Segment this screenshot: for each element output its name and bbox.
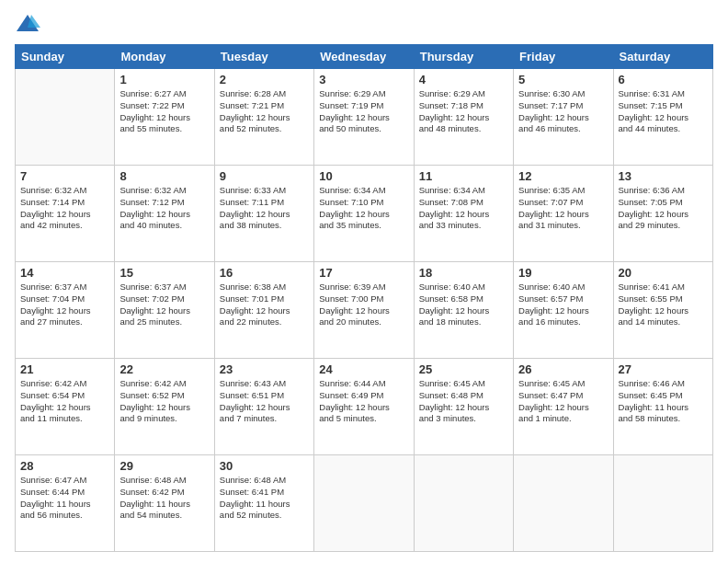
calendar-cell: 2Sunrise: 6:28 AM Sunset: 7:21 PM Daylig… xyxy=(214,69,313,166)
calendar-cell: 26Sunrise: 6:45 AM Sunset: 6:47 PM Dayli… xyxy=(514,359,613,455)
day-info: Sunrise: 6:33 AM Sunset: 7:11 PM Dayligh… xyxy=(220,185,309,232)
calendar-cell xyxy=(314,455,414,552)
day-number: 25 xyxy=(419,362,508,376)
day-info: Sunrise: 6:28 AM Sunset: 7:21 PM Dayligh… xyxy=(220,88,309,135)
week-row-2: 14Sunrise: 6:37 AM Sunset: 7:04 PM Dayli… xyxy=(16,262,713,359)
calendar-cell: 24Sunrise: 6:44 AM Sunset: 6:49 PM Dayli… xyxy=(314,359,414,455)
day-info: Sunrise: 6:38 AM Sunset: 7:01 PM Dayligh… xyxy=(220,282,309,328)
day-info: Sunrise: 6:48 AM Sunset: 6:42 PM Dayligh… xyxy=(119,475,209,522)
day-number: 21 xyxy=(20,362,109,376)
week-row-3: 21Sunrise: 6:42 AM Sunset: 6:54 PM Dayli… xyxy=(16,359,713,455)
calendar-cell: 22Sunrise: 6:42 AM Sunset: 6:52 PM Dayli… xyxy=(115,359,214,455)
day-info: Sunrise: 6:41 AM Sunset: 6:55 PM Dayligh… xyxy=(619,282,708,328)
calendar-cell xyxy=(16,69,115,166)
day-info: Sunrise: 6:44 AM Sunset: 6:49 PM Dayligh… xyxy=(319,378,408,425)
calendar-cell xyxy=(414,455,513,552)
day-info: Sunrise: 6:32 AM Sunset: 7:12 PM Dayligh… xyxy=(119,185,209,232)
day-info: Sunrise: 6:32 AM Sunset: 7:14 PM Dayligh… xyxy=(20,185,109,232)
day-info: Sunrise: 6:40 AM Sunset: 6:58 PM Dayligh… xyxy=(419,282,508,328)
day-number: 27 xyxy=(619,362,708,376)
day-number: 20 xyxy=(619,266,708,280)
day-number: 1 xyxy=(119,73,209,86)
day-info: Sunrise: 6:47 AM Sunset: 6:44 PM Dayligh… xyxy=(20,475,109,522)
day-number: 7 xyxy=(20,169,109,183)
weekday-header-sunday: Sunday xyxy=(16,45,115,69)
day-number: 16 xyxy=(220,266,309,280)
day-number: 2 xyxy=(220,73,309,86)
day-info: Sunrise: 6:43 AM Sunset: 6:51 PM Dayligh… xyxy=(220,378,309,425)
week-row-4: 28Sunrise: 6:47 AM Sunset: 6:44 PM Dayli… xyxy=(16,455,713,552)
svg-marker-1 xyxy=(28,15,40,28)
day-info: Sunrise: 6:31 AM Sunset: 7:15 PM Dayligh… xyxy=(619,88,708,135)
calendar-cell: 21Sunrise: 6:42 AM Sunset: 6:54 PM Dayli… xyxy=(16,359,115,455)
day-info: Sunrise: 6:29 AM Sunset: 7:18 PM Dayligh… xyxy=(419,88,508,135)
calendar-cell: 15Sunrise: 6:37 AM Sunset: 7:02 PM Dayli… xyxy=(115,262,214,359)
calendar-cell: 23Sunrise: 6:43 AM Sunset: 6:51 PM Dayli… xyxy=(214,359,313,455)
calendar-cell xyxy=(613,455,712,552)
weekday-header-wednesday: Wednesday xyxy=(314,45,414,69)
page: SundayMondayTuesdayWednesdayThursdayFrid… xyxy=(0,0,728,563)
day-info: Sunrise: 6:36 AM Sunset: 7:05 PM Dayligh… xyxy=(619,185,708,232)
calendar-cell: 3Sunrise: 6:29 AM Sunset: 7:19 PM Daylig… xyxy=(314,69,414,166)
calendar-cell: 9Sunrise: 6:33 AM Sunset: 7:11 PM Daylig… xyxy=(214,166,313,262)
day-number: 13 xyxy=(619,169,708,183)
calendar-cell: 30Sunrise: 6:48 AM Sunset: 6:41 PM Dayli… xyxy=(214,455,313,552)
weekday-header-monday: Monday xyxy=(115,45,214,69)
weekday-row: SundayMondayTuesdayWednesdayThursdayFrid… xyxy=(16,45,713,69)
calendar-body: 1Sunrise: 6:27 AM Sunset: 7:22 PM Daylig… xyxy=(16,69,713,552)
day-info: Sunrise: 6:37 AM Sunset: 7:04 PM Dayligh… xyxy=(20,282,109,328)
day-info: Sunrise: 6:42 AM Sunset: 6:52 PM Dayligh… xyxy=(119,378,209,425)
calendar-cell: 18Sunrise: 6:40 AM Sunset: 6:58 PM Dayli… xyxy=(414,262,513,359)
header xyxy=(15,11,713,37)
day-number: 12 xyxy=(518,169,608,183)
day-info: Sunrise: 6:48 AM Sunset: 6:41 PM Dayligh… xyxy=(220,475,309,522)
day-info: Sunrise: 6:39 AM Sunset: 7:00 PM Dayligh… xyxy=(319,282,408,328)
calendar-cell: 10Sunrise: 6:34 AM Sunset: 7:10 PM Dayli… xyxy=(314,166,414,262)
day-info: Sunrise: 6:37 AM Sunset: 7:02 PM Dayligh… xyxy=(119,282,209,328)
calendar-cell: 25Sunrise: 6:45 AM Sunset: 6:48 PM Dayli… xyxy=(414,359,513,455)
day-number: 15 xyxy=(119,266,209,280)
day-number: 30 xyxy=(220,459,309,473)
calendar-cell: 28Sunrise: 6:47 AM Sunset: 6:44 PM Dayli… xyxy=(16,455,115,552)
day-info: Sunrise: 6:29 AM Sunset: 7:19 PM Dayligh… xyxy=(319,88,408,135)
day-info: Sunrise: 6:42 AM Sunset: 6:54 PM Dayligh… xyxy=(20,378,109,425)
day-number: 18 xyxy=(419,266,508,280)
calendar-cell: 5Sunrise: 6:30 AM Sunset: 7:17 PM Daylig… xyxy=(514,69,613,166)
day-info: Sunrise: 6:45 AM Sunset: 6:48 PM Dayligh… xyxy=(419,378,508,425)
day-number: 24 xyxy=(319,362,408,376)
day-number: 14 xyxy=(20,266,109,280)
calendar-header: SundayMondayTuesdayWednesdayThursdayFrid… xyxy=(16,45,713,69)
week-row-1: 7Sunrise: 6:32 AM Sunset: 7:14 PM Daylig… xyxy=(16,166,713,262)
calendar-cell: 27Sunrise: 6:46 AM Sunset: 6:45 PM Dayli… xyxy=(613,359,712,455)
calendar-cell: 6Sunrise: 6:31 AM Sunset: 7:15 PM Daylig… xyxy=(613,69,712,166)
day-number: 17 xyxy=(319,266,408,280)
day-number: 9 xyxy=(220,169,309,183)
day-number: 3 xyxy=(319,73,408,86)
logo xyxy=(15,11,44,37)
day-info: Sunrise: 6:46 AM Sunset: 6:45 PM Dayligh… xyxy=(619,378,708,425)
calendar-cell: 8Sunrise: 6:32 AM Sunset: 7:12 PM Daylig… xyxy=(115,166,214,262)
day-number: 10 xyxy=(319,169,408,183)
day-number: 29 xyxy=(119,459,209,473)
calendar-cell: 13Sunrise: 6:36 AM Sunset: 7:05 PM Dayli… xyxy=(613,166,712,262)
calendar-cell: 1Sunrise: 6:27 AM Sunset: 7:22 PM Daylig… xyxy=(115,69,214,166)
calendar-cell: 16Sunrise: 6:38 AM Sunset: 7:01 PM Dayli… xyxy=(214,262,313,359)
week-row-0: 1Sunrise: 6:27 AM Sunset: 7:22 PM Daylig… xyxy=(16,69,713,166)
day-number: 19 xyxy=(518,266,608,280)
calendar-table: SundayMondayTuesdayWednesdayThursdayFrid… xyxy=(15,44,713,552)
calendar-cell xyxy=(514,455,613,552)
weekday-header-thursday: Thursday xyxy=(414,45,513,69)
calendar-cell: 20Sunrise: 6:41 AM Sunset: 6:55 PM Dayli… xyxy=(613,262,712,359)
calendar-cell: 19Sunrise: 6:40 AM Sunset: 6:57 PM Dayli… xyxy=(514,262,613,359)
calendar-cell: 11Sunrise: 6:34 AM Sunset: 7:08 PM Dayli… xyxy=(414,166,513,262)
calendar-cell: 4Sunrise: 6:29 AM Sunset: 7:18 PM Daylig… xyxy=(414,69,513,166)
day-number: 6 xyxy=(619,73,708,86)
day-number: 4 xyxy=(419,73,508,86)
day-info: Sunrise: 6:34 AM Sunset: 7:10 PM Dayligh… xyxy=(319,185,408,232)
day-info: Sunrise: 6:40 AM Sunset: 6:57 PM Dayligh… xyxy=(518,282,608,328)
day-info: Sunrise: 6:45 AM Sunset: 6:47 PM Dayligh… xyxy=(518,378,608,425)
day-info: Sunrise: 6:35 AM Sunset: 7:07 PM Dayligh… xyxy=(518,185,608,232)
day-info: Sunrise: 6:30 AM Sunset: 7:17 PM Dayligh… xyxy=(518,88,608,135)
calendar-cell: 14Sunrise: 6:37 AM Sunset: 7:04 PM Dayli… xyxy=(16,262,115,359)
weekday-header-tuesday: Tuesday xyxy=(214,45,313,69)
